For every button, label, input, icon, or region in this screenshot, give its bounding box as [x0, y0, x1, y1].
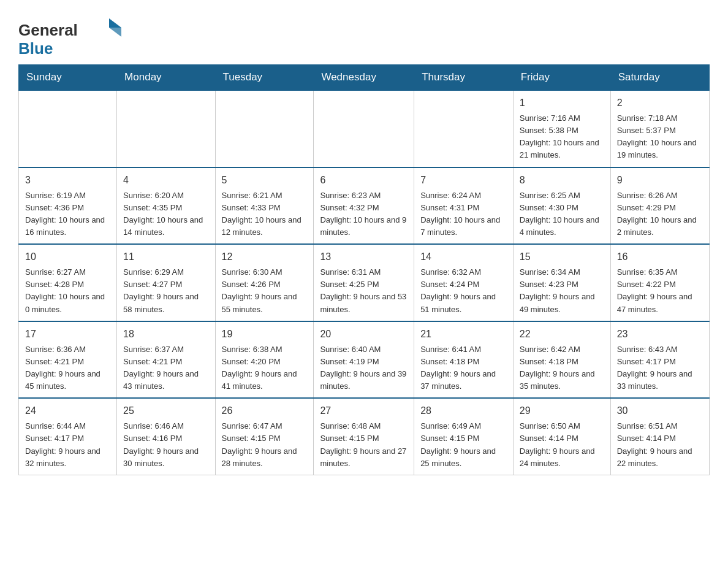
col-wednesday: Wednesday [314, 65, 414, 91]
day-number: 8 [520, 173, 604, 188]
day-number: 2 [617, 96, 703, 110]
day-number: 10 [25, 250, 110, 264]
week-row-4: 17Sunrise: 6:36 AM Sunset: 4:21 PM Dayli… [19, 321, 710, 399]
day-number: 30 [617, 404, 703, 418]
svg-marker-2 [109, 28, 121, 37]
day-info: Sunrise: 6:24 AM Sunset: 4:31 PM Dayligh… [420, 190, 507, 239]
calendar-cell: 3Sunrise: 6:19 AM Sunset: 4:36 PM Daylig… [19, 167, 117, 245]
calendar-cell: 6Sunrise: 6:23 AM Sunset: 4:32 PM Daylig… [314, 167, 414, 245]
week-row-1: 1Sunrise: 7:16 AM Sunset: 5:38 PM Daylig… [19, 90, 710, 167]
day-info: Sunrise: 6:40 AM Sunset: 4:19 PM Dayligh… [320, 343, 408, 393]
calendar-cell: 15Sunrise: 6:34 AM Sunset: 4:23 PM Dayli… [513, 244, 610, 321]
day-number: 3 [25, 173, 110, 188]
day-info: Sunrise: 6:27 AM Sunset: 4:28 PM Dayligh… [25, 266, 110, 316]
day-number: 28 [420, 404, 507, 418]
day-number: 26 [222, 404, 308, 418]
day-info: Sunrise: 6:51 AM Sunset: 4:14 PM Dayligh… [617, 420, 703, 470]
week-row-3: 10Sunrise: 6:27 AM Sunset: 4:28 PM Dayli… [19, 244, 710, 321]
calendar-cell: 28Sunrise: 6:49 AM Sunset: 4:15 PM Dayli… [414, 398, 514, 475]
day-number: 15 [520, 250, 604, 264]
calendar-cell [314, 90, 414, 167]
day-info: Sunrise: 6:31 AM Sunset: 4:25 PM Dayligh… [320, 266, 408, 316]
day-info: Sunrise: 6:48 AM Sunset: 4:15 PM Dayligh… [320, 420, 408, 470]
calendar-cell: 18Sunrise: 6:37 AM Sunset: 4:21 PM Dayli… [117, 321, 215, 399]
day-info: Sunrise: 6:47 AM Sunset: 4:15 PM Dayligh… [222, 420, 308, 470]
day-info: Sunrise: 6:50 AM Sunset: 4:14 PM Dayligh… [520, 420, 604, 470]
calendar-cell [19, 90, 117, 167]
day-number: 5 [222, 173, 308, 188]
col-saturday: Saturday [610, 65, 709, 91]
calendar-cell: 25Sunrise: 6:46 AM Sunset: 4:16 PM Dayli… [117, 398, 215, 475]
calendar-cell: 11Sunrise: 6:29 AM Sunset: 4:27 PM Dayli… [117, 244, 215, 321]
calendar-cell: 30Sunrise: 6:51 AM Sunset: 4:14 PM Dayli… [610, 398, 709, 475]
calendar-cell: 16Sunrise: 6:35 AM Sunset: 4:22 PM Dayli… [610, 244, 709, 321]
day-info: Sunrise: 6:37 AM Sunset: 4:21 PM Dayligh… [123, 343, 208, 393]
calendar-cell: 24Sunrise: 6:44 AM Sunset: 4:17 PM Dayli… [19, 398, 117, 475]
calendar-cell: 19Sunrise: 6:38 AM Sunset: 4:20 PM Dayli… [215, 321, 314, 399]
col-sunday: Sunday [19, 65, 117, 91]
day-number: 25 [123, 404, 208, 418]
day-info: Sunrise: 6:43 AM Sunset: 4:17 PM Dayligh… [617, 343, 703, 393]
day-info: Sunrise: 6:20 AM Sunset: 4:35 PM Dayligh… [123, 190, 208, 239]
day-info: Sunrise: 6:42 AM Sunset: 4:18 PM Dayligh… [520, 343, 604, 393]
calendar-cell: 12Sunrise: 6:30 AM Sunset: 4:26 PM Dayli… [215, 244, 314, 321]
calendar-cell [414, 90, 514, 167]
day-info: Sunrise: 6:30 AM Sunset: 4:26 PM Dayligh… [222, 266, 308, 316]
col-monday: Monday [117, 65, 215, 91]
day-number: 11 [123, 250, 208, 264]
calendar-cell: 17Sunrise: 6:36 AM Sunset: 4:21 PM Dayli… [19, 321, 117, 399]
day-info: Sunrise: 6:26 AM Sunset: 4:29 PM Dayligh… [617, 190, 703, 239]
calendar-cell: 26Sunrise: 6:47 AM Sunset: 4:15 PM Dayli… [215, 398, 314, 475]
day-info: Sunrise: 6:36 AM Sunset: 4:21 PM Dayligh… [25, 343, 110, 393]
week-row-5: 24Sunrise: 6:44 AM Sunset: 4:17 PM Dayli… [19, 398, 710, 475]
day-number: 19 [222, 327, 308, 342]
day-info: Sunrise: 6:34 AM Sunset: 4:23 PM Dayligh… [520, 266, 604, 316]
day-number: 17 [25, 327, 110, 342]
day-info: Sunrise: 6:41 AM Sunset: 4:18 PM Dayligh… [420, 343, 507, 393]
col-friday: Friday [513, 65, 610, 91]
day-info: Sunrise: 7:18 AM Sunset: 5:37 PM Dayligh… [617, 112, 703, 162]
col-tuesday: Tuesday [215, 65, 314, 91]
calendar-cell: 4Sunrise: 6:20 AM Sunset: 4:35 PM Daylig… [117, 167, 215, 245]
calendar-cell: 13Sunrise: 6:31 AM Sunset: 4:25 PM Dayli… [314, 244, 414, 321]
day-number: 21 [420, 327, 507, 342]
day-number: 16 [617, 250, 703, 264]
calendar-cell: 2Sunrise: 7:18 AM Sunset: 5:37 PM Daylig… [610, 90, 709, 167]
day-info: Sunrise: 6:35 AM Sunset: 4:22 PM Dayligh… [617, 266, 703, 316]
day-info: Sunrise: 6:19 AM Sunset: 4:36 PM Dayligh… [25, 190, 110, 239]
calendar-cell: 10Sunrise: 6:27 AM Sunset: 4:28 PM Dayli… [19, 244, 117, 321]
col-thursday: Thursday [414, 65, 514, 91]
day-number: 1 [520, 96, 604, 110]
calendar-cell: 9Sunrise: 6:26 AM Sunset: 4:29 PM Daylig… [610, 167, 709, 245]
day-info: Sunrise: 6:32 AM Sunset: 4:24 PM Dayligh… [420, 266, 507, 316]
calendar-cell: 21Sunrise: 6:41 AM Sunset: 4:18 PM Dayli… [414, 321, 514, 399]
day-number: 6 [320, 173, 408, 188]
day-number: 18 [123, 327, 208, 342]
day-info: Sunrise: 6:21 AM Sunset: 4:33 PM Dayligh… [222, 190, 308, 239]
day-number: 14 [420, 250, 507, 264]
day-number: 9 [617, 173, 703, 188]
svg-text:General: General [18, 21, 78, 39]
day-number: 4 [123, 173, 208, 188]
day-info: Sunrise: 6:25 AM Sunset: 4:30 PM Dayligh… [520, 190, 604, 239]
svg-marker-1 [109, 18, 121, 28]
calendar-cell: 14Sunrise: 6:32 AM Sunset: 4:24 PM Dayli… [414, 244, 514, 321]
logo-svg: General Blue [18, 12, 129, 58]
calendar-header-row: Sunday Monday Tuesday Wednesday Thursday… [19, 65, 710, 91]
day-number: 24 [25, 404, 110, 418]
day-info: Sunrise: 6:38 AM Sunset: 4:20 PM Dayligh… [222, 343, 308, 393]
day-number: 20 [320, 327, 408, 342]
day-number: 23 [617, 327, 703, 342]
week-row-2: 3Sunrise: 6:19 AM Sunset: 4:36 PM Daylig… [19, 167, 710, 245]
day-number: 29 [520, 404, 604, 418]
calendar-cell: 20Sunrise: 6:40 AM Sunset: 4:19 PM Dayli… [314, 321, 414, 399]
calendar-cell: 8Sunrise: 6:25 AM Sunset: 4:30 PM Daylig… [513, 167, 610, 245]
day-number: 7 [420, 173, 507, 188]
calendar-cell: 5Sunrise: 6:21 AM Sunset: 4:33 PM Daylig… [215, 167, 314, 245]
calendar-cell: 23Sunrise: 6:43 AM Sunset: 4:17 PM Dayli… [610, 321, 709, 399]
calendar-cell [117, 90, 215, 167]
calendar-cell: 27Sunrise: 6:48 AM Sunset: 4:15 PM Dayli… [314, 398, 414, 475]
day-number: 27 [320, 404, 408, 418]
day-info: Sunrise: 6:49 AM Sunset: 4:15 PM Dayligh… [420, 420, 507, 470]
logo: General Blue [18, 12, 129, 58]
